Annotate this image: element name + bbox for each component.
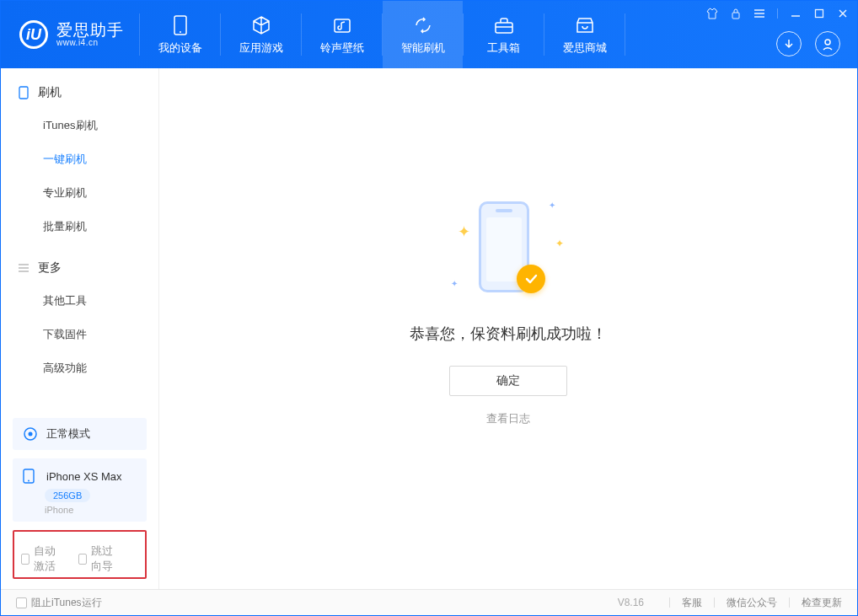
app-header: iU 爱思助手 www.i4.cn 我的设备 应用游戏 铃声壁纸 智能刷机 (1, 1, 857, 68)
phone-icon (169, 14, 191, 36)
sidebar-item-pro-flash[interactable]: 专业刷机 (1, 176, 158, 210)
device-phone-icon (23, 469, 38, 484)
nav-apps-games[interactable]: 应用游戏 (221, 1, 301, 68)
checkbox-block-itunes[interactable]: 阻止iTunes运行 (16, 596, 102, 610)
svg-rect-4 (732, 13, 739, 19)
phone-outline-icon (18, 87, 29, 99)
svg-point-9 (29, 432, 33, 437)
logo-icon: iU (19, 20, 48, 49)
success-message: 恭喜您，保资料刷机成功啦！ (410, 324, 607, 344)
nav-store[interactable]: 爱思商城 (544, 1, 625, 68)
checkbox-icon (16, 597, 27, 608)
nav-label: 智能刷机 (401, 40, 445, 56)
mode-icon (23, 426, 38, 442)
main-content: ✦ ✦ ✦ ✦ 恭喜您，保资料刷机成功啦！ 确定 查看日志 (159, 68, 857, 589)
cube-icon (250, 14, 272, 36)
footer-check-update-link[interactable]: 检查更新 (802, 596, 842, 610)
app-logo: iU 爱思助手 www.i4.cn (1, 20, 139, 49)
shirt-icon[interactable] (706, 8, 718, 19)
view-log-link[interactable]: 查看日志 (486, 411, 530, 426)
storage-badge: 256GB (45, 489, 90, 502)
main-nav: 我的设备 应用游戏 铃声壁纸 智能刷机 工具箱 爱思商城 (140, 1, 625, 68)
nav-label: 铃声壁纸 (320, 40, 364, 56)
sidebar-item-batch-flash[interactable]: 批量刷机 (1, 210, 158, 244)
check-badge-icon (517, 265, 545, 293)
device-name: iPhone XS Max (46, 470, 122, 483)
sparkle-icon: ✦ (458, 222, 470, 241)
nav-label: 应用游戏 (239, 40, 283, 56)
list-icon (18, 262, 29, 274)
app-name: 爱思助手 (56, 22, 124, 38)
sidebar-group-flash: 刷机 (1, 80, 158, 105)
svg-rect-7 (19, 87, 28, 99)
sidebar-item-advanced[interactable]: 高级功能 (1, 351, 158, 385)
confirm-button[interactable]: 确定 (449, 366, 567, 396)
checkbox-skip-guide[interactable]: 跳过向导 (78, 544, 124, 574)
download-button[interactable] (776, 31, 802, 56)
success-illustration: ✦ ✦ ✦ ✦ (449, 197, 567, 307)
titlebar (706, 8, 849, 19)
sidebar-group-more: 更多 (1, 255, 158, 281)
nav-ringtone-wallpaper[interactable]: 铃声壁纸 (302, 1, 382, 68)
nav-label: 我的设备 (158, 40, 202, 56)
device-mode[interactable]: 正常模式 (13, 418, 147, 450)
svg-point-11 (28, 480, 29, 482)
sparkle-icon: ✦ (549, 201, 555, 210)
store-icon (574, 14, 596, 36)
nav-smart-flash[interactable]: 智能刷机 (383, 1, 463, 68)
device-type: iPhone (45, 505, 137, 515)
svg-rect-3 (496, 23, 512, 33)
sidebar-item-download-firmware[interactable]: 下载固件 (1, 318, 158, 351)
lock-icon[interactable] (730, 8, 742, 19)
nav-toolbox[interactable]: 工具箱 (464, 1, 544, 68)
svg-point-6 (825, 40, 830, 45)
sync-icon (412, 14, 434, 36)
footer-support-link[interactable]: 客服 (682, 596, 702, 610)
sidebar-item-oneclick-flash[interactable]: 一键刷机 (1, 142, 158, 176)
sidebar: 刷机 iTunes刷机 一键刷机 专业刷机 批量刷机 更多 其他工具 下载固件 … (1, 68, 159, 589)
app-url: www.i4.cn (56, 38, 124, 47)
sidebar-item-other-tools[interactable]: 其他工具 (1, 284, 158, 318)
svg-point-1 (180, 31, 181, 33)
sparkle-icon: ✦ (555, 238, 564, 249)
minimize-button[interactable] (790, 8, 802, 19)
music-folder-icon (331, 14, 353, 36)
toolbox-icon (493, 14, 515, 36)
status-bar: 阻止iTunes运行 V8.16 客服 微信公众号 检查更新 (1, 589, 857, 615)
version-label: V8.16 (618, 597, 644, 608)
device-info[interactable]: iPhone XS Max 256GB iPhone (13, 458, 147, 522)
close-button[interactable] (837, 8, 849, 19)
sparkle-icon: ✦ (451, 279, 458, 288)
menu-icon[interactable] (753, 8, 765, 19)
checkbox-icon (21, 554, 29, 565)
svg-rect-5 (816, 10, 823, 18)
nav-label: 工具箱 (487, 40, 520, 56)
maximize-button[interactable] (813, 8, 825, 19)
footer-wechat-link[interactable]: 微信公众号 (727, 596, 777, 610)
user-button[interactable] (815, 31, 840, 56)
sidebar-item-itunes-flash[interactable]: iTunes刷机 (1, 109, 158, 142)
checkbox-icon (78, 554, 87, 565)
svg-rect-2 (335, 19, 350, 32)
checkbox-auto-activate[interactable]: 自动激活 (21, 544, 67, 574)
nav-label: 爱思商城 (563, 40, 607, 56)
flash-options-highlighted: 自动激活 跳过向导 (13, 530, 147, 579)
nav-my-device[interactable]: 我的设备 (140, 1, 220, 68)
